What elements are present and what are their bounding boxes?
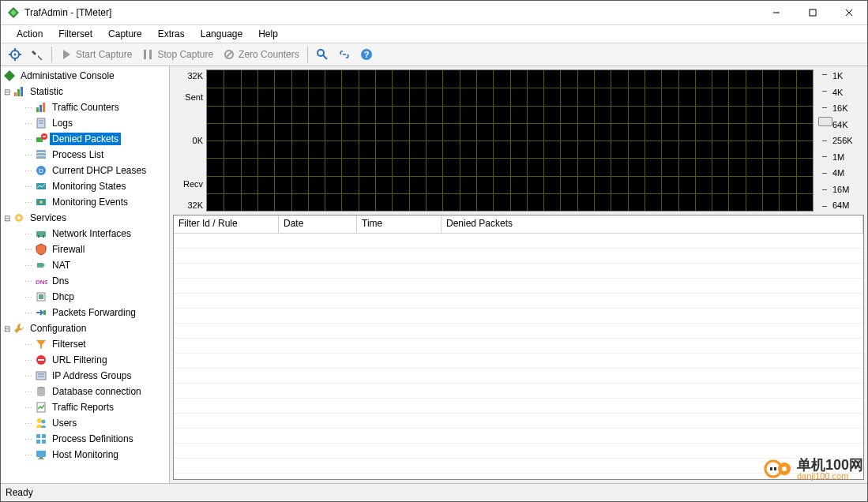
- tree-item-label: Filterset: [50, 338, 88, 350]
- tree-item-label: Process List: [50, 148, 106, 161]
- tree-item-icon: [35, 448, 47, 461]
- tree-node-configuration[interactable]: ⊟ Configuration: [1, 320, 169, 336]
- table-row[interactable]: [174, 309, 863, 324]
- toolbar: Start Capture Stop Capture Zero Counters…: [1, 43, 867, 66]
- table-row[interactable]: [174, 279, 863, 294]
- statusbar: Ready: [1, 483, 867, 501]
- menu-capture[interactable]: Capture: [100, 27, 150, 41]
- col-filter-id[interactable]: Filter Id / Rule: [174, 215, 279, 233]
- tree-item-label: Dns: [50, 275, 71, 287]
- tree-item-label: Database connection: [50, 385, 144, 398]
- stop-capture-button[interactable]: Stop Capture: [138, 47, 216, 62]
- tree-item[interactable]: ⋯Logs: [1, 115, 169, 131]
- tree-item[interactable]: ⋯Monitoring States: [1, 178, 169, 194]
- menu-filterset[interactable]: Filterset: [51, 27, 100, 41]
- content-panel: 32K Sent 0K Recv 32K 1K4K16K64K256K1M4M: [170, 66, 867, 483]
- tree-line: ⋯: [23, 293, 34, 302]
- scale-slider[interactable]: 1K4K16K64K256K1M4M16M64M: [817, 69, 864, 212]
- stop-capture-label: Stop Capture: [157, 49, 213, 60]
- tree-item-label: NAT: [50, 259, 73, 272]
- separator: [51, 47, 52, 62]
- table-row[interactable]: [174, 294, 863, 309]
- tree-line: ⋯: [23, 403, 34, 412]
- tree-item[interactable]: ⋯Traffic Reports: [1, 399, 169, 415]
- tree-item[interactable]: ⋯IP Address Groups: [1, 368, 169, 384]
- start-capture-button[interactable]: Start Capture: [57, 47, 135, 62]
- table-row[interactable]: [174, 264, 863, 279]
- settings-button[interactable]: [6, 47, 24, 62]
- tree-item[interactable]: ⋯Filterset: [1, 336, 169, 352]
- tree-node-services[interactable]: ⊟ Services: [1, 210, 169, 226]
- scale-thumb[interactable]: [818, 117, 832, 126]
- table-row[interactable]: [174, 324, 863, 339]
- tree-item[interactable]: ⋯Network Interfaces: [1, 226, 169, 242]
- table-row[interactable]: [174, 459, 863, 474]
- table-row[interactable]: [174, 414, 863, 429]
- tree-item[interactable]: ⋯Monitoring Events: [1, 194, 169, 210]
- minimize-button[interactable]: [758, 1, 795, 24]
- menu-help[interactable]: Help: [250, 27, 286, 41]
- tools-button[interactable]: [28, 47, 47, 62]
- table-row[interactable]: [174, 429, 863, 444]
- tree-item-label: IP Address Groups: [50, 369, 134, 382]
- tree-line: ⋯: [23, 167, 34, 175]
- tree-item[interactable]: ⋯Firewall: [1, 242, 169, 257]
- svg-rect-49: [39, 294, 43, 299]
- y-recv-max: 32K: [187, 200, 203, 210]
- svg-rect-22: [14, 92, 17, 96]
- table-body[interactable]: [174, 234, 863, 479]
- tree-item-icon: [35, 196, 47, 208]
- close-button[interactable]: [831, 1, 867, 24]
- tree-item[interactable]: ⋯URL Filtering: [1, 352, 169, 368]
- collapse-icon[interactable]: ⊟: [2, 324, 12, 333]
- zero-counters-button[interactable]: Zero Counters: [220, 47, 302, 62]
- scale-tick: [822, 74, 827, 75]
- tree-item[interactable]: ⋯DCurrent DHCP Leases: [1, 163, 169, 178]
- tree-item[interactable]: ⋯DNSDns: [1, 273, 169, 289]
- tree-panel[interactable]: Administative Console ⊟ Statistic ⋯Traff…: [1, 66, 170, 483]
- menu-action[interactable]: Action: [9, 27, 51, 41]
- tree-item-icon: [35, 101, 47, 114]
- tree-line: ⋯: [23, 245, 34, 254]
- table-row[interactable]: [174, 234, 863, 249]
- menubar: Action Filterset Capture Extras Language…: [1, 25, 867, 43]
- tree-item[interactable]: ⋯Dhcp: [1, 289, 169, 305]
- tree-item[interactable]: ⋯Traffic Counters: [1, 99, 169, 115]
- tree-item[interactable]: ⋯Denied Packets: [1, 131, 169, 147]
- table-row[interactable]: [174, 384, 863, 399]
- pause-icon: [141, 48, 154, 61]
- y-sent-max: 32K: [187, 71, 203, 81]
- tree-root[interactable]: Administative Console: [1, 68, 169, 84]
- table-row[interactable]: [174, 339, 863, 354]
- tree-line: ⋯: [23, 119, 34, 128]
- tree-item[interactable]: ⋯Database connection: [1, 384, 169, 399]
- tree-item[interactable]: ⋯NAT: [1, 257, 169, 273]
- table-row[interactable]: [174, 369, 863, 384]
- menu-language[interactable]: Language: [193, 27, 250, 41]
- maximize-button[interactable]: [795, 1, 831, 24]
- menu-extras[interactable]: Extras: [150, 27, 193, 41]
- table-row[interactable]: [174, 399, 863, 414]
- col-denied-packets[interactable]: Denied Packets: [442, 215, 863, 233]
- col-date[interactable]: Date: [279, 215, 357, 233]
- scale-track[interactable]: [817, 69, 832, 212]
- chart-canvas[interactable]: [206, 69, 814, 212]
- tree-node-statistic[interactable]: ⊟ Statistic: [1, 84, 169, 99]
- tree-item[interactable]: ⋯Users: [1, 415, 169, 431]
- link-button[interactable]: [335, 47, 354, 62]
- tree-item-label: Logs: [50, 117, 75, 129]
- collapse-icon[interactable]: ⊟: [2, 214, 12, 223]
- table-row[interactable]: [174, 444, 863, 459]
- tree-item[interactable]: ⋯Process Definitions: [1, 431, 169, 447]
- table-row[interactable]: [174, 354, 863, 369]
- tree-line: ⋯: [23, 419, 34, 428]
- col-time[interactable]: Time: [357, 215, 442, 233]
- search-button[interactable]: [313, 47, 332, 62]
- tree-item-icon: [35, 180, 47, 193]
- collapse-icon[interactable]: ⊟: [2, 88, 12, 96]
- tree-item[interactable]: ⋯Host Monitoring: [1, 447, 169, 463]
- tree-item[interactable]: ⋯Process List: [1, 147, 169, 163]
- tree-item[interactable]: ⋯Packets Forwarding: [1, 305, 169, 320]
- table-row[interactable]: [174, 249, 863, 264]
- help-button[interactable]: ?: [357, 47, 376, 62]
